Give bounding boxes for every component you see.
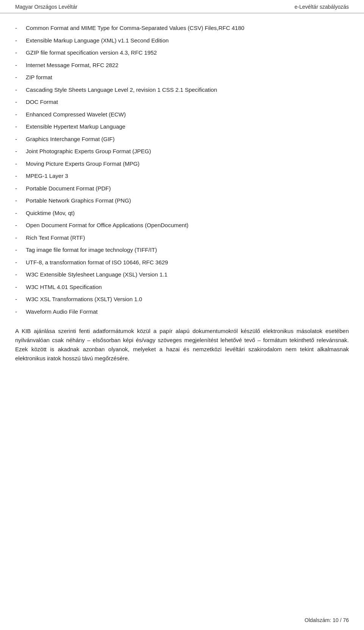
list-item-text: Graphics Interchange Format (GIF) xyxy=(26,135,115,144)
list-item-text: GZIP file format specification version 4… xyxy=(26,49,157,57)
header-right: e-Levéltár szabályozás xyxy=(295,4,349,10)
list-item-text: Extensible Hypertext Markup Language xyxy=(26,123,126,131)
list-dash: - xyxy=(15,49,24,57)
list-item: -Quicktime (Mov, qt) xyxy=(15,209,349,218)
list-item-text: Extensible Markup Language (XML) v1.1 Se… xyxy=(26,36,169,45)
list-dash: - xyxy=(15,73,24,82)
list-dash: - xyxy=(15,135,24,144)
list-item: -Portable Network Graphics Format (PNG) xyxy=(15,196,349,205)
list-dash: - xyxy=(15,270,24,279)
list-item-text: UTF-8, a transformation format of ISO 10… xyxy=(26,258,168,267)
list-item: -W3C Extensible Stylesheet Language (XSL… xyxy=(15,270,349,279)
list-item-text: Portable Network Graphics Format (PNG) xyxy=(26,196,131,205)
list-item-text: Moving Picture Experts Group Format (MPG… xyxy=(26,160,140,168)
list-dash: - xyxy=(15,98,24,107)
header-left: Magyar Országos Levéltár xyxy=(15,4,77,10)
list-dash: - xyxy=(15,184,24,193)
list-dash: - xyxy=(15,234,24,242)
list-dash: - xyxy=(15,258,24,267)
list-item: -Extensible Hypertext Markup Language xyxy=(15,123,349,131)
list-item-text: MPEG-1 Layer 3 xyxy=(26,172,68,181)
list-item-text: Cascading Style Sheets Language Level 2,… xyxy=(26,86,217,94)
list-item-text: ZIP format xyxy=(26,73,52,82)
list-dash: - xyxy=(15,221,24,230)
list-item-text: Enhanced Compressed Wavelet (ECW) xyxy=(26,110,126,119)
list-item-text: W3C XSL Transformations (XSLT) Version 1… xyxy=(26,295,142,304)
list-dash: - xyxy=(15,308,24,316)
list-dash: - xyxy=(15,147,24,156)
list-item-text: Quicktime (Mov, qt) xyxy=(26,209,75,218)
list-item: -Enhanced Compressed Wavelet (ECW) xyxy=(15,110,349,119)
list-dash: - xyxy=(15,61,24,70)
list-item: -Graphics Interchange Format (GIF) xyxy=(15,135,349,144)
list-item-text: W3C HTML 4.01 Specification xyxy=(26,283,102,292)
list-item: -MPEG-1 Layer 3 xyxy=(15,172,349,181)
list-item: -UTF-8, a transformation format of ISO 1… xyxy=(15,258,349,267)
list-item: -Moving Picture Experts Group Format (MP… xyxy=(15,160,349,168)
list-item: -Tag image file format for image technol… xyxy=(15,246,349,255)
list-item: -DOC Format xyxy=(15,98,349,107)
list-item: -GZIP file format specification version … xyxy=(15,49,349,57)
list-dash: - xyxy=(15,24,24,33)
list-item-text: W3C Extensible Stylesheet Language (XSL)… xyxy=(26,270,168,279)
list-dash: - xyxy=(15,172,24,181)
items-list: -Common Format and MIME Type for Comma-S… xyxy=(15,24,349,316)
list-item: -Joint Photographic Experts Group Format… xyxy=(15,147,349,156)
list-item: -Waveform Audio File Format xyxy=(15,308,349,316)
list-item-text: Open Document Format for Office Applicat… xyxy=(26,221,188,230)
list-item: -ZIP format xyxy=(15,73,349,82)
list-item: -Internet Message Format, RFC 2822 xyxy=(15,61,349,70)
list-dash: - xyxy=(15,196,24,205)
list-item-text: Waveform Audio File Format xyxy=(26,308,98,316)
list-item: -Common Format and MIME Type for Comma-S… xyxy=(15,24,349,33)
list-dash: - xyxy=(15,110,24,119)
page-content: -Common Format and MIME Type for Comma-S… xyxy=(0,13,364,386)
list-dash: - xyxy=(15,86,24,94)
list-item-text: Common Format and MIME Type for Comma-Se… xyxy=(26,24,244,33)
page-footer: Oldalszám: 10 / 76 xyxy=(304,617,349,623)
list-dash: - xyxy=(15,36,24,45)
list-item-text: Joint Photographic Experts Group Format … xyxy=(26,147,151,156)
list-item: -W3C HTML 4.01 Specification xyxy=(15,283,349,292)
list-item: -W3C XSL Transformations (XSLT) Version … xyxy=(15,295,349,304)
list-dash: - xyxy=(15,160,24,168)
list-dash: - xyxy=(15,209,24,218)
list-item: -Extensible Markup Language (XML) v1.1 S… xyxy=(15,36,349,45)
list-item: -Open Document Format for Office Applica… xyxy=(15,221,349,230)
list-dash: - xyxy=(15,123,24,131)
main-paragraph: A KIB ajánlása szerinti fenti adatformát… xyxy=(15,327,349,363)
list-item-text: DOC Format xyxy=(26,98,58,107)
list-item-text: Tag image file format for image technolo… xyxy=(26,246,157,255)
list-item: -Cascading Style Sheets Language Level 2… xyxy=(15,86,349,94)
list-item-text: Rich Text Format (RTF) xyxy=(26,234,85,242)
list-item-text: Internet Message Format, RFC 2822 xyxy=(26,61,118,70)
list-dash: - xyxy=(15,246,24,255)
list-item: -Rich Text Format (RTF) xyxy=(15,234,349,242)
page-header: Magyar Országos Levéltár e-Levéltár szab… xyxy=(0,0,364,13)
list-dash: - xyxy=(15,295,24,304)
list-item-text: Portable Document Format (PDF) xyxy=(26,184,111,193)
list-item: -Portable Document Format (PDF) xyxy=(15,184,349,193)
list-dash: - xyxy=(15,283,24,292)
